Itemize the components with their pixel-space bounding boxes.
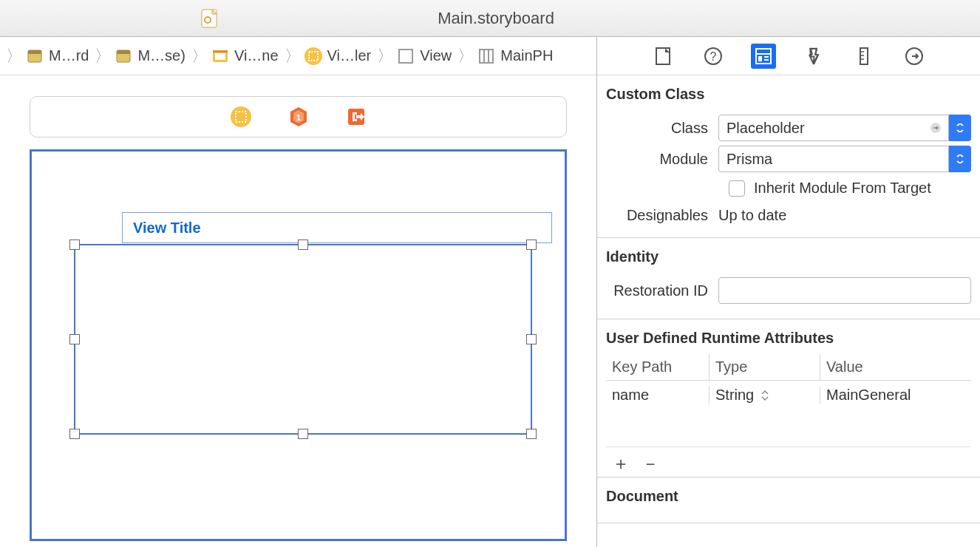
stepper-icon[interactable] [761,390,769,401]
canvas-column: 〉 M…rd〉 M…se)〉 Vi…ne〉 Vi…ler〉 View〉 [0,37,597,547]
first-responder-icon[interactable]: 1 [287,106,310,128]
inherit-module-checkbox[interactable] [729,180,745,197]
window-titlebar: Main.storyboard [0,0,980,37]
crumb-storyboard-2[interactable]: M…se)〉 [114,45,208,67]
class-field[interactable]: Placeholder [718,115,949,141]
module-dropdown-button[interactable] [949,146,971,172]
storyboard-icon [25,47,44,66]
identity-inspector-tab[interactable] [751,44,776,69]
udra-type-value: String [715,387,754,404]
jump-bar-back[interactable]: 〉 [4,45,24,67]
document-section: Document [597,478,980,523]
view-title-text: View Title [133,220,201,237]
module-value: Prisma [727,151,772,168]
svg-rect-3 [28,50,41,54]
svg-text:1: 1 [296,113,300,122]
class-label: Class [606,120,718,137]
crumb-label: M…se) [137,47,185,64]
svg-rect-7 [215,53,225,60]
connections-inspector-tab[interactable] [902,44,927,69]
crumb-view[interactable]: View〉 [396,45,475,67]
storyboard-icon [114,47,133,66]
svg-point-15 [231,106,251,127]
udra-col-value[interactable]: Value [820,354,971,380]
file-inspector-tab[interactable] [650,44,676,69]
window-title: Main.storyboard [438,9,554,28]
custom-class-section: Custom Class Class Placeholder Module Pr… [597,75,980,238]
attributes-inspector-tab[interactable] [801,44,826,69]
storyboard-file-icon [201,9,217,28]
crumb-scene[interactable]: Vi…ne〉 [211,45,302,67]
svg-rect-34 [860,48,868,64]
scene-toolbar: 1 [30,96,567,137]
resize-handle[interactable] [298,429,308,439]
exit-icon[interactable] [345,106,367,128]
module-field[interactable]: Prisma [718,146,949,172]
module-label: Module [606,151,718,168]
resize-handle[interactable] [69,429,80,439]
section-heading: Identity [606,244,971,273]
resize-handle[interactable] [298,239,308,250]
viewcontroller-icon[interactable] [230,106,252,128]
svg-rect-24 [758,56,762,61]
udra-add-button[interactable]: ＋ [612,452,630,475]
designables-value: Up to date [718,207,786,224]
restoration-id-field[interactable] [718,277,971,304]
selection-box[interactable] [74,244,532,435]
jump-bar[interactable]: 〉 M…rd〉 M…se)〉 Vi…ne〉 Vi…ler〉 View〉 [0,37,596,75]
class-value: Placeholder [727,120,805,137]
udra-section: User Defined Runtime Attributes Key Path… [597,319,980,478]
svg-text:?: ? [710,50,717,63]
udra-remove-button[interactable]: － [642,452,659,475]
viewcontroller-icon [304,47,323,66]
inspector-column: ? Custom Class Class Placeholder Module … [597,37,980,547]
view-icon [396,47,415,66]
class-dropdown-button[interactable] [949,115,971,141]
crumb-controller[interactable]: Vi…ler〉 [304,45,395,67]
crumb-label: Vi…ne [234,47,279,64]
help-inspector-tab[interactable]: ? [701,44,726,69]
resize-handle[interactable] [526,334,537,344]
designables-label: Designables [606,207,718,224]
svg-rect-8 [213,50,228,52]
udra-key-cell[interactable]: name [606,387,710,404]
udra-row[interactable]: name String MainGeneral [606,381,971,410]
crumb-storyboard-1[interactable]: M…rd〉 [25,45,112,67]
canvas[interactable]: 1 View Title [0,75,596,547]
svg-rect-12 [480,50,493,63]
svg-point-9 [304,47,322,65]
udra-col-key[interactable]: Key Path [606,354,710,380]
section-heading: User Defined Runtime Attributes [606,325,971,354]
section-heading: Custom Class [606,81,971,110]
resize-handle[interactable] [69,239,80,250]
svg-rect-11 [399,50,412,63]
crumb-label: M…rd [49,47,89,64]
svg-rect-5 [117,50,130,54]
crumb-label: MainPH [500,47,553,64]
scene-icon [211,47,230,66]
identity-section: Identity Restoration ID [597,238,980,319]
restoration-id-label: Restoration ID [606,282,718,299]
udra-value-cell[interactable]: MainGeneral [820,387,971,404]
udra-type-cell[interactable]: String [710,387,820,404]
udra-col-type[interactable]: Type [710,354,820,380]
inherit-module-label: Inherit Module From Target [754,180,931,197]
svg-line-29 [815,49,817,55]
crumb-placeholder[interactable]: MainPH [477,47,553,66]
stackview-icon [477,47,496,66]
crumb-label: Vi…ler [327,47,372,64]
crumb-label: View [420,47,452,64]
jump-arrow-icon[interactable] [929,121,942,135]
size-inspector-tab[interactable] [851,44,877,69]
resize-handle[interactable] [526,239,537,250]
section-heading: Document [606,483,971,512]
resize-handle[interactable] [526,429,537,439]
resize-handle[interactable] [69,334,80,344]
view-title-label[interactable]: View Title [122,212,552,243]
udra-table: Key Path Type Value name String MainGene… [606,354,971,477]
inspector-tab-bar: ? [597,37,980,75]
